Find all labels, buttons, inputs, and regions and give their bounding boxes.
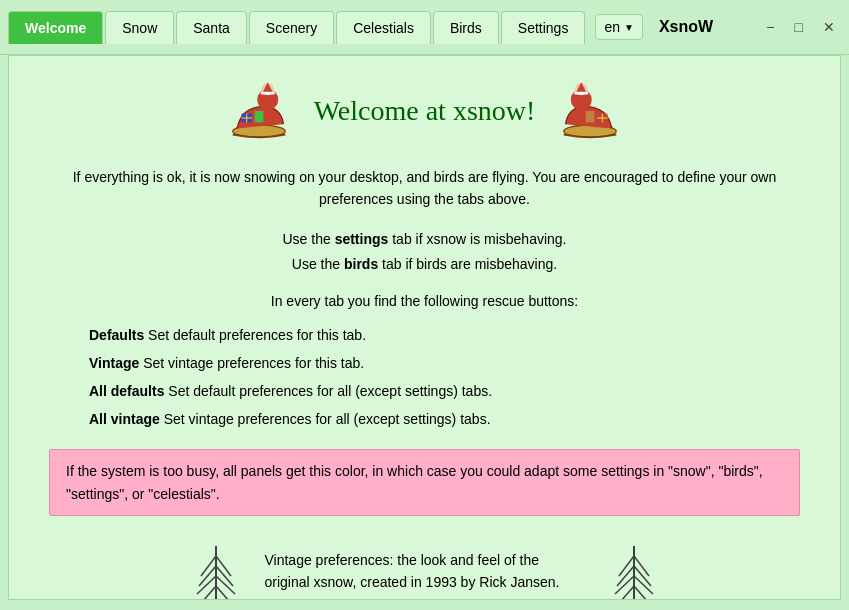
defaults-item-4: All vintage Set vintage preferences for … [89,405,800,433]
settings-bold: settings [335,231,389,247]
titlebar: Welcome Snow Santa Scenery Celestials Bi… [0,0,849,55]
tree-right-icon [609,536,659,600]
minimize-button[interactable]: − [760,17,780,37]
defaults-list: Defaults Set default preferences for thi… [49,321,800,433]
svg-line-26 [216,586,229,600]
svg-rect-4 [260,92,274,95]
tab-snow[interactable]: Snow [105,11,174,44]
instruction-settings: Use the settings tab if xsnow is misbeha… [49,227,800,252]
svg-line-28 [619,556,634,576]
welcome-header: Welcome at xsnow! [49,76,800,146]
svg-rect-15 [586,111,595,122]
language-label: en [604,19,620,35]
language-selector[interactable]: en ▼ [595,14,642,40]
svg-line-22 [216,556,231,576]
birds-bold: birds [344,256,378,272]
maximize-button[interactable]: □ [789,17,809,37]
welcome-title: Welcome at xsnow! [314,95,536,127]
vintage-section: Vintage preferences: the look and feel o… [49,536,800,600]
svg-line-34 [621,586,634,600]
tab-settings[interactable]: Settings [501,11,586,44]
tab-santa[interactable]: Santa [176,11,247,44]
tab-scenery[interactable]: Scenery [249,11,334,44]
defaults-item-2: Vintage Set vintage preferences for this… [89,349,800,377]
svg-rect-6 [254,111,263,122]
chevron-down-icon: ▼ [624,22,634,33]
tab-birds[interactable]: Birds [433,11,499,44]
tree-left-icon [191,536,241,600]
close-button[interactable]: ✕ [817,17,841,37]
tab-celestials[interactable]: Celestials [336,11,431,44]
rescue-intro: In every tab you find the following resc… [49,293,800,309]
svg-rect-13 [575,92,589,95]
svg-line-31 [634,556,649,576]
defaults-item-1: Defaults Set default preferences for thi… [89,321,800,349]
tab-welcome[interactable]: Welcome [8,11,103,44]
vintage-text: Vintage preferences: the look and feel o… [265,549,585,594]
instruction-list: Use the settings tab if xsnow is misbeha… [49,227,800,277]
santa-right-decoration [555,76,625,146]
window-controls: − □ ✕ [760,17,841,37]
warning-box: If the system is too busy, all panels ge… [49,449,800,516]
svg-line-19 [201,556,216,576]
santa-left-decoration [224,76,294,146]
defaults-item-3: All defaults Set default preferences for… [89,377,800,405]
svg-line-35 [634,586,647,600]
intro-text: If everything is ok, it is now snowing o… [49,166,800,211]
svg-line-25 [203,586,216,600]
instruction-birds: Use the birds tab if birds are misbehavi… [49,252,800,277]
main-content: Welcome at xsnow! If everything is ok, i… [8,55,841,600]
app-title: XsnoW [659,18,752,36]
